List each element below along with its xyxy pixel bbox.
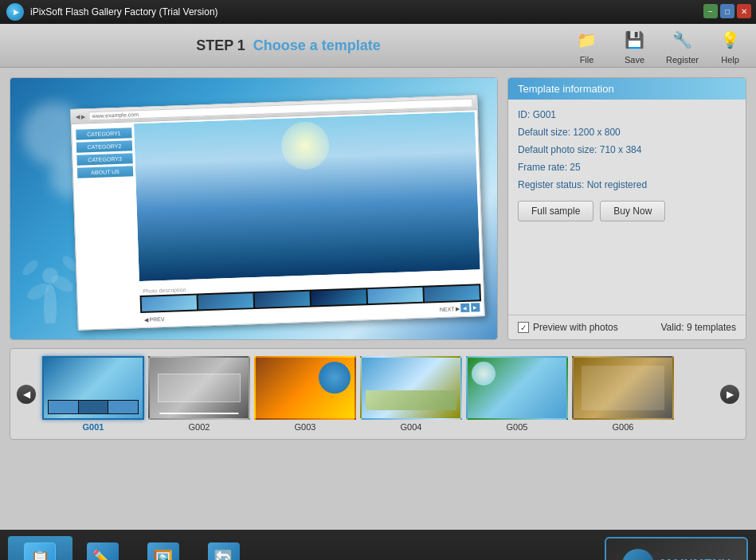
mock-pause-btn: ▶ [471, 303, 480, 311]
thumb-img-G006 [572, 356, 674, 420]
thumb-img-G004 [360, 356, 462, 420]
thumb-G004[interactable]: G004 [360, 356, 462, 432]
main-menu-button[interactable]: ◀ MAINMENU [605, 537, 748, 560]
minimize-button[interactable]: − [703, 4, 718, 18]
file-label: File [580, 55, 594, 65]
main-menu-chevron-icon: ◀ [622, 549, 654, 560]
thumb-label-G003: G003 [295, 422, 316, 432]
sidebar-nav-about: ABOUT US [77, 166, 133, 178]
valid-label: Valid: 9 templates [661, 322, 737, 333]
nav-tab-edit[interactable]: ✏️ Edit [72, 536, 133, 560]
mock-thumb-2 [198, 293, 254, 309]
thumb-label-G001: G001 [83, 422, 104, 432]
thumb-G006[interactable]: G006 [572, 356, 674, 432]
save-button[interactable]: 💾 Save [617, 27, 652, 65]
preview-inner: ◀ ▶ www.example.com CATEGORY1 CATEGORY2 … [10, 78, 497, 339]
mock-thumb-1 [142, 296, 198, 311]
step-desc: Choose a template [253, 37, 381, 54]
photo-desc: Photo description [143, 287, 186, 294]
window-controls: − □ ✕ [703, 4, 751, 18]
help-label: Help [721, 55, 739, 65]
mock-thumb-4 [311, 289, 366, 305]
sidebar-nav-cat2: CATEGORY2 [76, 140, 132, 152]
file-button[interactable]: 📁 File [569, 27, 605, 65]
nav-tab-template[interactable]: 📋 Template [8, 536, 72, 560]
thumb-G002[interactable]: G002 [148, 356, 250, 432]
thumb-label-G004: G004 [401, 422, 422, 432]
nav-tab-publish[interactable]: 🔄 Publish [194, 536, 254, 560]
svg-point-3 [42, 268, 58, 284]
help-button[interactable]: 💡 Help [712, 27, 748, 65]
mock-play-controls: ◀ ▶ [460, 303, 480, 312]
mock-sun [280, 121, 330, 170]
buy-now-button[interactable]: Buy Now [600, 201, 665, 221]
preview-label: Preview with photos [533, 322, 618, 333]
nav-tabs: 📋 Template ✏️ Edit 🖼️ Photo 🔄 Publish [8, 536, 254, 560]
thumb-label-G005: G005 [507, 422, 528, 432]
template-mock: ◀ ▶ www.example.com CATEGORY1 CATEGORY2 … [70, 95, 484, 331]
info-buttons: Full sample Buy Now [518, 201, 736, 221]
nav-tab-publish-icon: 🔄 [208, 542, 240, 560]
sidebar-nav-cat1: CATEGORY1 [76, 127, 131, 139]
step-info: STEP 1 Choose a template [8, 37, 569, 54]
register-button[interactable]: 🔧 Register [664, 27, 700, 65]
info-frame-rate: Frame rate: 25 [518, 162, 736, 173]
preview-check[interactable]: ✓ Preview with photos [518, 322, 618, 333]
mock-thumb-3 [255, 292, 311, 307]
mock-landscape [134, 112, 480, 281]
info-panel: Template information ID: G001 Default si… [507, 77, 746, 340]
nav-tab-edit-icon: ✏️ [87, 542, 119, 560]
info-footer: ✓ Preview with photos Valid: 9 templates [508, 315, 746, 339]
info-panel-header: Template information [508, 78, 746, 100]
step-label: STEP 1 [196, 37, 245, 54]
file-icon: 📁 [574, 27, 600, 53]
floral-left [18, 228, 82, 323]
info-default-size: Default size: 1200 x 800 [518, 127, 736, 138]
thumb-label-G006: G006 [613, 422, 634, 432]
app-logo [6, 3, 24, 21]
info-panel-body: ID: G001 Default size: 1200 x 800 Defaul… [508, 100, 746, 315]
save-icon: 💾 [622, 27, 648, 53]
close-button[interactable]: ✕ [737, 4, 751, 18]
preview-area: ◀ ▶ www.example.com CATEGORY1 CATEGORY2 … [10, 77, 498, 340]
thumb-label-G002: G002 [189, 422, 210, 432]
svg-point-4 [20, 257, 40, 277]
thumb-img-G002 [148, 356, 250, 420]
nav-tab-photo-icon: 🖼️ [147, 542, 179, 560]
mock-play-btn: ◀ [460, 303, 469, 312]
template-sidebar: CATEGORY1 CATEGORY2 CATEGORY3 ABOUT US [76, 127, 133, 178]
nav-tab-photo[interactable]: 🖼️ Photo [133, 536, 194, 560]
toolbar: STEP 1 Choose a template 📁 File 💾 Save 🔧… [0, 24, 756, 68]
full-sample-button[interactable]: Full sample [518, 201, 593, 221]
nav-tab-template-icon: 📋 [24, 542, 56, 560]
mock-photo-main [134, 112, 480, 281]
register-icon: 🔧 [670, 27, 695, 53]
thumb-img-G001 [42, 356, 144, 420]
toolbar-actions: 📁 File 💾 Save 🔧 Register 💡 Help [569, 27, 748, 65]
info-id: ID: G001 [518, 109, 736, 120]
thumb-img-G003 [254, 356, 356, 420]
info-photo-size: Default photo size: 710 x 384 [518, 144, 736, 155]
register-label: Register [666, 55, 699, 65]
mock-thumb-5 [367, 288, 423, 303]
app-title: iPixSoft Flash Gallery Factory (Trial Ve… [30, 6, 218, 18]
top-section: ◀ ▶ www.example.com CATEGORY1 CATEGORY2 … [10, 77, 746, 340]
sidebar-nav-cat3: CATEGORY3 [76, 153, 132, 165]
gallery-next-arrow[interactable]: ▶ [720, 385, 739, 404]
thumb-img-G005 [466, 356, 568, 420]
thumb-G005[interactable]: G005 [466, 356, 568, 432]
gallery-section: ◀ G001 G002 [10, 348, 746, 440]
title-bar: iPixSoft Flash Gallery Factory (Trial Ve… [0, 0, 756, 24]
thumb-G003[interactable]: G003 [254, 356, 356, 432]
info-register-status: Register status: Not registered [518, 179, 736, 190]
maximize-button[interactable]: □ [720, 4, 734, 18]
gallery-prev-arrow[interactable]: ◀ [17, 385, 36, 404]
thumbnail-container: G001 G002 G003 G004 [38, 356, 718, 432]
save-label: Save [625, 55, 644, 65]
thumb-G001[interactable]: G001 [42, 356, 144, 432]
main-content: ◀ ▶ www.example.com CATEGORY1 CATEGORY2 … [0, 68, 756, 530]
preview-checkbox[interactable]: ✓ [518, 322, 529, 333]
mock-thumb-6 [424, 285, 480, 301]
bottom-bar: 📋 Template ✏️ Edit 🖼️ Photo 🔄 Publish ◀ … [0, 530, 756, 560]
help-icon: 💡 [718, 27, 743, 53]
